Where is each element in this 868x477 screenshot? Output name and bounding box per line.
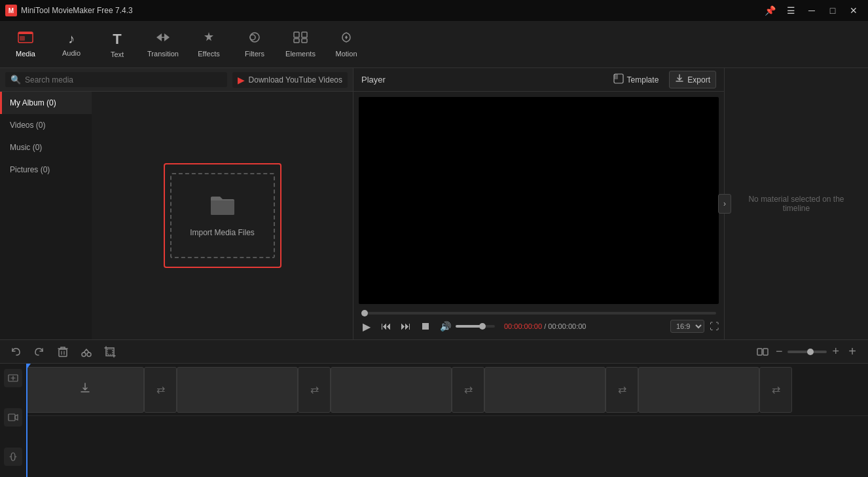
toolbar-item-media[interactable]: Media (3, 24, 48, 66)
menu-button[interactable]: ☰ (782, 4, 800, 17)
volume-icon[interactable]: 🔊 (437, 318, 453, 334)
svg-rect-14 (107, 349, 113, 354)
no-material-text: No material selected on the timeline (725, 181, 868, 226)
track-segment-transition-2[interactable]: ⇄ (298, 367, 331, 413)
import-media-button[interactable]: Import Media Files (164, 163, 281, 268)
toolbar-item-effects[interactable]: Effects (186, 24, 232, 66)
next-button[interactable]: ⏭ (398, 318, 414, 334)
folder-icon (209, 194, 236, 221)
aspect-ratio-select[interactable]: 16:9 9:16 4:3 1:1 (670, 320, 704, 333)
transition-icon (155, 31, 171, 47)
progress-bar[interactable] (361, 312, 716, 315)
search-input[interactable] (25, 75, 222, 85)
properties-toggle[interactable]: › (718, 194, 731, 214)
track-segment-transition-5[interactable]: ⇄ (759, 367, 792, 413)
segment-download-icon (79, 381, 92, 398)
track-segment-transition-1[interactable]: ⇄ (144, 367, 177, 413)
progress-handle[interactable] (361, 310, 368, 316)
app-title: MiniTool MovieMaker Free 7.4.3 (21, 6, 133, 15)
add-track-button[interactable]: + (844, 344, 860, 360)
control-left: ▶ ⏮ ⏭ ⏹ 🔊 (359, 318, 586, 334)
timeline-toolbar-right: − + + (755, 344, 860, 360)
sidebar-item-pictures[interactable]: Pictures (0) (0, 159, 92, 181)
track-segment-5[interactable] (638, 367, 759, 413)
redo-button[interactable] (31, 344, 47, 360)
toolbar-item-elements[interactable]: Elements (278, 24, 323, 66)
transition-icon-3: ⇄ (464, 383, 473, 396)
play-button[interactable]: ▶ (359, 318, 374, 334)
search-icon: 🔍 (10, 75, 21, 85)
stop-button[interactable]: ⏹ (418, 318, 433, 334)
sidebar-item-my-album[interactable]: My Album (0) (0, 92, 92, 114)
title-bar-controls: 📌 ☰ ─ □ ✕ (761, 4, 863, 17)
svg-rect-16 (763, 349, 768, 355)
media-label: Media (16, 50, 35, 58)
volume-handle[interactable] (479, 323, 486, 330)
fullscreen-button[interactable]: ⛶ (710, 321, 719, 332)
player-controls: ▶ ⏮ ⏭ ⏹ 🔊 (353, 309, 724, 339)
svg-rect-5 (294, 32, 299, 37)
toolbar-item-filters[interactable]: Filters (232, 24, 278, 66)
track-segment-4[interactable] (484, 367, 606, 413)
control-right: 16:9 9:16 4:3 1:1 ⛶ (670, 320, 719, 333)
minimize-button[interactable]: ─ (803, 4, 821, 17)
player-header: Player Template (353, 68, 724, 92)
track-segment-3[interactable] (331, 367, 452, 413)
export-button[interactable]: Export (669, 71, 716, 88)
sidebar-item-videos[interactable]: Videos (0) (0, 114, 92, 136)
export-label: Export (687, 75, 710, 85)
track-segment-transition-4[interactable]: ⇄ (606, 367, 638, 413)
track-segment-2[interactable] (177, 367, 298, 413)
track-segment-main[interactable] (26, 367, 144, 413)
svg-rect-18 (9, 414, 15, 421)
transition-icon-5: ⇄ (772, 383, 780, 396)
player-panel: Player Template (353, 68, 724, 339)
zoom-out-button[interactable]: − (776, 345, 783, 358)
left-panel-row: My Album (0) Videos (0) Music (0) Pictur… (0, 92, 353, 339)
add-media-icon[interactable] (4, 369, 22, 387)
split-view-button[interactable] (755, 344, 770, 360)
svg-point-3 (250, 33, 259, 42)
prev-button[interactable]: ⏮ (378, 318, 394, 334)
motion-label: Motion (335, 50, 357, 58)
time-total: 00:00:00:00 (548, 322, 586, 330)
zoom-slider[interactable] (787, 351, 827, 353)
sidebar-item-music[interactable]: Music (0) (0, 136, 92, 159)
undo-button[interactable] (8, 344, 24, 360)
svg-point-13 (87, 353, 91, 356)
timeline-toolbar: − + + (0, 340, 868, 364)
toolbar-item-motion[interactable]: Motion (323, 24, 369, 66)
control-row: ▶ ⏮ ⏭ ⏹ 🔊 (359, 318, 719, 334)
toolbar-item-audio[interactable]: ♪ Audio (48, 24, 94, 66)
audio-icon: ♪ (68, 31, 75, 47)
template-label: Template (627, 75, 659, 85)
youtube-icon: ▶ (238, 75, 245, 85)
svg-rect-6 (302, 32, 307, 37)
right-area: Player Template (353, 68, 868, 339)
crop-button[interactable] (102, 344, 118, 360)
cut-button[interactable] (79, 344, 94, 360)
search-input-wrap: 🔍 (5, 72, 227, 87)
close-button[interactable]: ✕ (844, 4, 863, 17)
toolbar-item-transition[interactable]: Transition (140, 24, 186, 66)
playhead-marker (26, 364, 31, 369)
zoom-in-button[interactable]: + (832, 345, 839, 358)
template-icon (613, 73, 624, 86)
transition-label: Transition (147, 50, 179, 58)
volume-slider[interactable] (456, 325, 495, 328)
audio-track-icon[interactable] (4, 448, 22, 466)
player-actions: Template Export (608, 71, 716, 88)
track-segment-transition-3[interactable]: ⇄ (452, 367, 484, 413)
zoom-handle[interactable] (807, 349, 814, 355)
filters-icon (247, 31, 262, 47)
video-track-icon[interactable] (4, 408, 22, 427)
pin-button[interactable]: 📌 (761, 4, 779, 17)
youtube-download-button[interactable]: ▶ Download YouTube Videos (232, 72, 348, 88)
toolbar-item-text[interactable]: T Text (94, 24, 140, 66)
effects-icon (201, 31, 217, 47)
delete-button[interactable] (55, 344, 71, 360)
maximize-button[interactable]: □ (823, 4, 842, 17)
audio-track-row (26, 416, 868, 449)
template-button[interactable]: Template (608, 71, 664, 88)
player-section: Player Template (353, 68, 868, 339)
